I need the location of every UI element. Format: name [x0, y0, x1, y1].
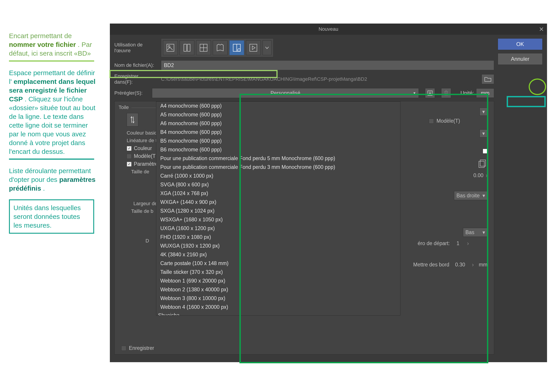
unit-select[interactable]: mm	[476, 88, 494, 98]
annot-text: . Cliquez sur l'icône «dossier» située t…	[9, 95, 95, 155]
preset-option[interactable]: B5 monochrome (600 ppp)	[156, 137, 400, 145]
start-number-value: 1	[456, 240, 459, 246]
annotation-units: Unités dans lesquelles seront données to…	[9, 199, 94, 234]
preset-option[interactable]: Pour une publication commerciale Fond pe…	[156, 163, 400, 172]
usage-multipage-icon[interactable]	[229, 40, 244, 55]
annot-text: Unités dans lesquelles seront données to…	[14, 204, 81, 229]
preset-option[interactable]: SXGA (1280 x 1024 px)	[156, 207, 400, 215]
preset-option[interactable]: Carré (1000 x 1000 px)	[156, 172, 400, 180]
usage-comic-icon[interactable]	[196, 40, 211, 55]
annotations-column: Encart permettant de nommer votre fichie…	[9, 31, 99, 234]
svg-point-1	[168, 46, 170, 47]
preset-option[interactable]: Webtoon 2 (1380 x 40000 px)	[156, 285, 400, 294]
annotation-savepath: Espace permettant de définir l' emplacem…	[9, 68, 99, 156]
save-as-label: Enregistrer	[129, 345, 154, 351]
preset-dropdown-list: A4 monochrome (600 ppp)A5 monochrome (60…	[156, 101, 400, 315]
preset-option[interactable]: WXGA+ (1440 x 900 px)	[156, 198, 400, 207]
svg-rect-14	[480, 160, 486, 166]
template-checkbox[interactable]	[127, 154, 131, 159]
canvas-size-dropdown[interactable]: ▾	[479, 108, 488, 116]
usage-print-icon[interactable]	[213, 40, 228, 55]
align-value: Bas droite	[456, 193, 480, 199]
color-swatch[interactable]	[483, 149, 488, 154]
preset-option[interactable]: B6 monochrome (600 ppp)	[156, 145, 400, 154]
template-label-right: Modèle(T)	[437, 118, 460, 124]
window-title: Nouveau	[319, 26, 338, 32]
chevron-down-icon: ▾	[482, 193, 485, 199]
preset-select[interactable]: Personnalisé ▾	[152, 88, 419, 98]
panel-right-column: ▾ Modèle(T) ▾	[411, 108, 488, 268]
chevron-down-icon: ▾	[482, 229, 485, 235]
unit-value: mm	[481, 90, 489, 96]
start-number-label: éro de départ:	[418, 240, 450, 246]
preset-option[interactable]: WUXGA (1920 x 1200 px)	[156, 242, 400, 250]
template-label-left: Modèle(T	[134, 153, 156, 159]
preset-option[interactable]: UXGA (1600 x 1200 px)	[156, 224, 400, 233]
preset-option[interactable]: Webtoon 4 (1600 x 20000 px)	[156, 303, 400, 312]
cancel-button[interactable]: Annuler	[498, 53, 542, 65]
svg-rect-2	[184, 44, 186, 51]
secondary-dropdown[interactable]: ▾	[479, 129, 488, 137]
save-as-checkbox[interactable]	[121, 346, 126, 351]
preset-option[interactable]: XGA (1024 x 768 px)	[156, 189, 400, 198]
annotation-separator	[9, 60, 94, 62]
preset-option[interactable]: WSXGA+ (1680 x 1050 px)	[156, 215, 400, 224]
usage-animation-icon[interactable]	[246, 40, 261, 55]
preset-label: Prérégler(S):	[114, 90, 148, 96]
ok-button[interactable]: OK	[498, 38, 542, 50]
preset-option[interactable]: SVGA (800 x 600 px)	[156, 180, 400, 189]
preset-option[interactable]: FHD (1920 x 1080 px)	[156, 233, 400, 242]
preset-option[interactable]: 4K (3840 x 2160 px)	[156, 250, 400, 259]
chevron-down-icon: ▾	[413, 91, 416, 95]
value-000: 0.00	[473, 172, 484, 179]
align-value: Bas	[465, 229, 474, 235]
svg-rect-10	[250, 44, 257, 51]
params-checkbox[interactable]: ✓	[127, 162, 131, 167]
browse-folder-button[interactable]	[482, 74, 494, 84]
savein-row: Enregistrer dans(F): C:\Users\saube\Pict…	[114, 73, 494, 85]
swap-dimensions-button[interactable]	[127, 113, 138, 126]
annot-text-bold: nommer votre fichier	[9, 41, 76, 48]
annot-text: Encart permettant de	[9, 32, 72, 39]
annotation-separator	[9, 158, 94, 160]
preset-selected-text: Personnalisé	[270, 90, 300, 96]
paper-color-checkbox[interactable]: ✓	[127, 146, 131, 151]
delete-preset-button[interactable]	[441, 88, 451, 98]
preset-option[interactable]: A5 monochrome (600 ppp)	[156, 110, 400, 119]
preset-option[interactable]: A6 monochrome (600 ppp)	[156, 119, 400, 128]
filename-row: Nom de fichier(A):	[114, 60, 494, 70]
savein-label: Enregistrer dans(F):	[114, 73, 157, 85]
preset-option[interactable]: A4 monochrome (600 ppp)	[156, 102, 400, 110]
filename-input[interactable]	[161, 60, 494, 70]
annotation-filename: Encart permettant de nommer votre fichie…	[9, 31, 99, 58]
dialog-left-column: Utilisation de l'œuvre	[114, 38, 494, 354]
close-button[interactable]	[536, 24, 547, 35]
canvas-panel: Toile Couleur basique Linéature de tr ✓ …	[114, 101, 494, 354]
unit-label: Unité:	[461, 90, 474, 96]
align-select-basdroite[interactable]: Bas droite ▾	[454, 191, 488, 200]
chevron-right-icon[interactable]: ›	[472, 261, 474, 268]
filename-label: Nom de fichier(A):	[114, 62, 157, 68]
save-as-row: Enregistrer	[121, 345, 154, 351]
preset-option[interactable]: Taille sticker (370 x 320 px)	[156, 268, 400, 276]
preset-group-divider: Shueisha	[156, 312, 400, 315]
usage-label: Utilisation de l'œuvre	[114, 42, 157, 54]
usage-icon-strip	[161, 38, 273, 57]
chevron-right-icon[interactable]: ›	[486, 172, 488, 179]
usage-webtoon-icon[interactable]	[180, 40, 194, 55]
preset-option[interactable]: B4 monochrome (600 ppp)	[156, 128, 400, 137]
preset-option[interactable]: Webtoon 1 (690 x 20000 px)	[156, 276, 400, 285]
align-select-bas[interactable]: Bas ▾	[463, 228, 488, 237]
usage-illustration-icon[interactable]	[163, 40, 178, 55]
save-preset-button[interactable]	[425, 88, 435, 98]
border-value: 0.30	[455, 262, 465, 268]
preset-option[interactable]: Pour une publication commerciale Fond pe…	[156, 154, 400, 163]
chevron-right-icon[interactable]: ›	[467, 240, 469, 247]
dialog-right-column: OK Annuler	[498, 38, 542, 354]
new-document-dialog: Nouveau Utilisation de l'œuvre	[110, 24, 547, 362]
usage-more-dropdown[interactable]	[263, 40, 271, 55]
svg-rect-13	[479, 161, 484, 167]
template-checkbox-right[interactable]	[429, 119, 434, 124]
preset-option[interactable]: Webtoon 3 (800 x 10000 px)	[156, 294, 400, 303]
preset-option[interactable]: Carte postale (100 x 148 mm)	[156, 259, 400, 268]
